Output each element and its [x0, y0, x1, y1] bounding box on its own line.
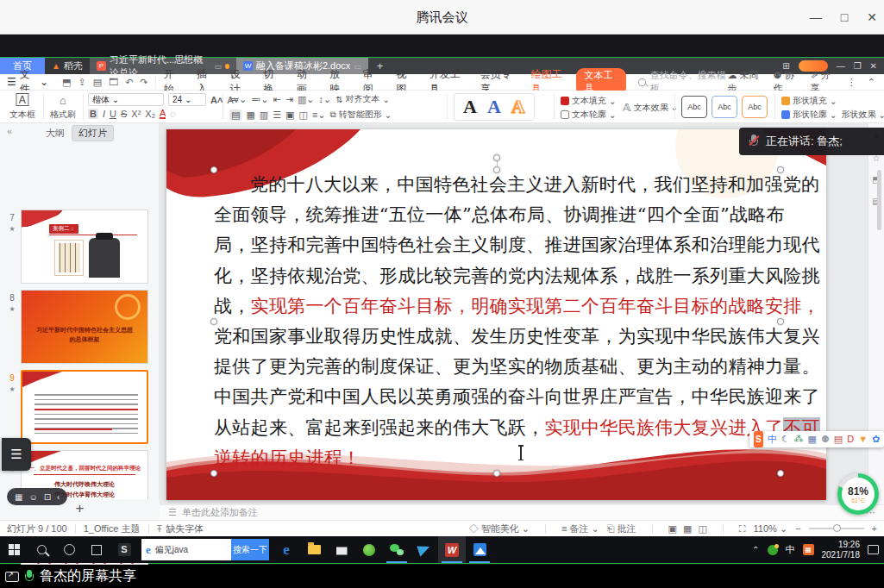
subscript-button[interactable]: X₂	[145, 109, 155, 119]
save-icon[interactable]: ⬒	[62, 77, 71, 88]
beautify-button[interactable]: ◇ 智能美化 ⌄	[469, 522, 530, 535]
monitor-icon[interactable]: ⊡	[44, 492, 51, 502]
slide-thumbnail-7[interactable]: 案例二：	[21, 210, 148, 284]
slide-text-body[interactable]: 党的十八大以来，中国特色社会主义进入新时代，我们坚持和加强党的全面领导，统筹推进…	[214, 170, 781, 473]
close-icon[interactable]: ✕	[867, 10, 877, 24]
missing-font-label[interactable]: 缺失字体	[166, 522, 204, 535]
notes-toggle[interactable]: ≡ 备注 ⌄	[561, 522, 599, 535]
decrease-indent-icon[interactable]: ⇤	[273, 94, 280, 105]
shape-effect-button[interactable]: 形状效果 ⌄	[841, 109, 884, 121]
bullet-list-icon[interactable]: ≔⌄	[229, 94, 247, 105]
wps-taskbar-button[interactable]: W	[438, 536, 466, 563]
edge-search-box[interactable]: e 偏见java 搜索一下	[141, 539, 269, 560]
security-app-button[interactable]	[355, 536, 383, 563]
ime-moon-icon[interactable]: ☾	[781, 431, 790, 447]
shape-fill-button[interactable]: 形状填充 ⌄	[781, 95, 837, 107]
font-name-select[interactable]: 楷体 ⌄	[88, 93, 164, 106]
zoom-in-icon[interactable]: +	[872, 523, 877, 534]
ime-user-icon[interactable]: ⚉	[821, 431, 830, 447]
resize-handle-ml[interactable]	[210, 318, 217, 325]
paragraph-spacing-icon[interactable]: ↕⌄	[319, 94, 332, 105]
ime-toolbar[interactable]: S中☾⁂▦⚉▤D▼✿	[749, 431, 884, 447]
underline-button[interactable]: U	[110, 109, 116, 119]
start-button[interactable]	[0, 536, 28, 563]
sorter-view-icon[interactable]: ▦	[683, 523, 692, 535]
zoom-slider[interactable]	[809, 528, 864, 529]
normal-view-icon[interactable]: ▣	[668, 523, 677, 535]
text-outline-button[interactable]: 文本轮廓 ⌄	[561, 109, 616, 121]
ime-logo-icon[interactable]: S	[754, 431, 763, 447]
emoji-icon[interactable]: ☺	[28, 492, 37, 502]
performance-gauge[interactable]: 81% 61°C	[837, 473, 879, 515]
taskbar-search-button[interactable]	[28, 536, 55, 563]
taskbar-clock[interactable]: 19:26 2021/7/18	[822, 540, 861, 560]
print-icon[interactable]: ▤	[93, 77, 102, 88]
wordart-style-orange[interactable]: A	[511, 96, 525, 118]
shape-outline-button[interactable]: 形状轮廓 ⌄	[781, 109, 837, 121]
meeting-float-toolbar[interactable]: ▦ ☺ ⊡ ‹	[7, 488, 67, 505]
store-button[interactable]	[328, 536, 355, 563]
font-size-select[interactable]: 24 ⌄	[168, 93, 206, 106]
justify-icon[interactable]: ☰	[273, 109, 281, 121]
ime-indicator[interactable]: 中	[786, 543, 795, 556]
redo-icon[interactable]: ↷	[140, 77, 147, 88]
current-slide[interactable]: 党的十八大以来，中国特色社会主义进入新时代，我们坚持和加强党的全面领导，统筹推进…	[166, 129, 826, 500]
slide-thumbnail-9-current[interactable]	[21, 370, 148, 444]
superscript-button[interactable]: X²	[131, 109, 141, 119]
ime-settings-icon[interactable]: ✿	[872, 431, 880, 447]
clear-format-icon[interactable]: ◌	[170, 109, 176, 119]
strikethrough-button[interactable]: S	[121, 109, 127, 119]
meeting-float-button[interactable]: ☰	[2, 438, 31, 471]
blue-app-button[interactable]	[466, 536, 493, 563]
search-submit-button[interactable]: 搜索一下	[231, 539, 269, 560]
theme-name[interactable]: 1_Office 主题	[84, 522, 141, 535]
bold-button[interactable]: B	[88, 109, 98, 119]
edge-taskbar-button[interactable]: e	[273, 536, 300, 563]
text-fill-button[interactable]: 文本填充 ⌄	[561, 95, 616, 107]
increase-indent-icon[interactable]: ⇥	[285, 94, 293, 105]
wordart-style-blue[interactable]: A	[487, 96, 501, 118]
tray-security-icon[interactable]	[768, 545, 778, 555]
resize-handle-tr[interactable]	[777, 166, 784, 173]
textbox-group[interactable]: 🄰文本框	[3, 91, 41, 123]
messenger-button[interactable]	[411, 536, 438, 563]
collapse-left-icon[interactable]: ‹	[57, 492, 60, 502]
resize-handle-tm[interactable]	[493, 166, 500, 173]
format-painter-group[interactable]: ⌂格式刷	[45, 91, 81, 123]
action-center-icon[interactable]	[868, 545, 879, 554]
columns-icon[interactable]: ◫	[299, 109, 308, 121]
resize-handle-br[interactable]	[777, 470, 784, 477]
text-effect-button[interactable]: 𝔸文本效果 ⌄	[623, 101, 678, 114]
distribute-icon[interactable]: ▣	[285, 109, 294, 121]
more-icon[interactable]: ⋮	[847, 77, 856, 88]
zoom-slider-knob[interactable]	[833, 524, 841, 532]
fit-slide-icon[interactable]: ⛶	[739, 523, 746, 535]
ime-lang-icon[interactable]: 中	[768, 431, 777, 447]
pinned-app-button[interactable]: S	[110, 536, 138, 563]
font-color-button[interactable]: A	[160, 109, 166, 119]
minimize-icon[interactable]: —	[810, 10, 822, 24]
reading-view-icon[interactable]: ◫	[698, 523, 706, 535]
shape-style-3[interactable]: Abc	[742, 96, 768, 118]
zoom-level[interactable]: 110% ⌄	[754, 523, 788, 535]
increase-font-icon[interactable]: A˄	[210, 95, 223, 105]
resize-handle-bm[interactable]	[493, 470, 500, 477]
numbered-list-icon[interactable]: ≕⌄	[251, 94, 268, 105]
ime-d-icon[interactable]: D	[847, 431, 854, 447]
cortana-button[interactable]	[55, 536, 83, 563]
notes-bar[interactable]: ☰ 单击此处添加备注 ⋯	[160, 504, 884, 520]
shape-style-2[interactable]: Abc	[712, 96, 737, 118]
ime-paw-icon[interactable]: ⁂	[794, 431, 804, 447]
tab-outline[interactable]: 大纲	[46, 127, 65, 140]
task-view-button[interactable]	[83, 536, 110, 563]
undo-icon[interactable]: ↶	[125, 77, 133, 88]
slide-thumbnail-8[interactable]: 习近平新时代中国特色社会主义思想的总体框架	[21, 290, 148, 364]
align-right-icon[interactable]: ▥	[260, 109, 268, 121]
align-center-icon[interactable]: ▦	[246, 109, 254, 121]
zoom-out-icon[interactable]: −	[795, 523, 800, 534]
text-direction-icon[interactable]: ▥⌄	[298, 94, 315, 105]
camera-icon[interactable]: ▦	[15, 492, 22, 502]
line-spacing-icon[interactable]: ≡⌄	[312, 109, 326, 121]
resize-handle-bl[interactable]	[210, 470, 217, 477]
resize-handle-tl[interactable]	[210, 166, 217, 173]
